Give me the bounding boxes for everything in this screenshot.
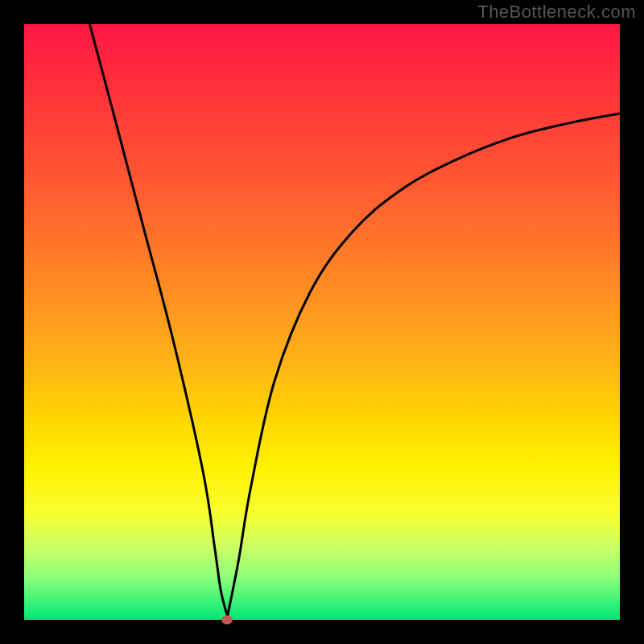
watermark-text: TheBottleneck.com: [477, 2, 636, 23]
curve-right-branch: [227, 114, 620, 620]
bottleneck-curve: [24, 24, 620, 620]
chart-frame: TheBottleneck.com: [0, 0, 644, 644]
minimum-marker: [221, 616, 233, 625]
curve-left-branch: [89, 24, 226, 614]
plot-area: [24, 24, 620, 620]
